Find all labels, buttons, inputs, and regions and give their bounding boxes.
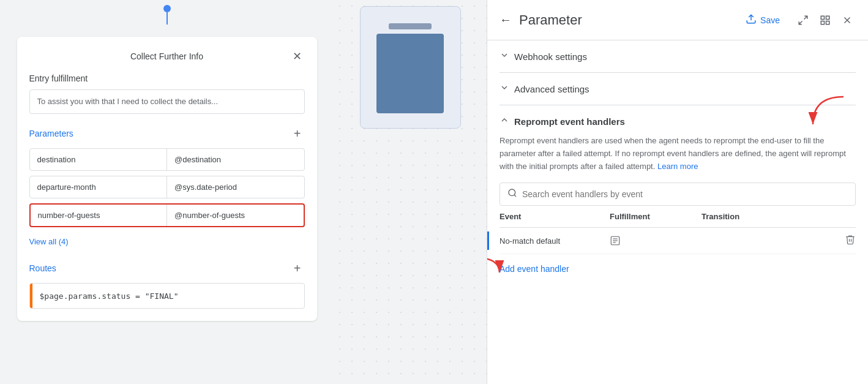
left-panel: Collect Further Info ✕ Entry fulfillment… [0, 0, 334, 384]
param-name-departure-month: departure-month [30, 176, 168, 198]
search-event-handlers-input[interactable] [522, 189, 848, 199]
route-text: $page.params.status = "FINAL" [32, 285, 186, 307]
param-value-number-of-guests: @number-of-guests [167, 205, 304, 226]
event-handler-row[interactable]: No-match default [499, 228, 856, 254]
advanced-settings-header[interactable]: Advanced settings [499, 83, 856, 95]
back-button[interactable]: ← [499, 13, 512, 27]
view-all-link[interactable]: View all (4) [29, 237, 69, 246]
node-card[interactable] [360, 6, 461, 129]
arrow-annotation-top [801, 94, 850, 130]
node-card-wrapper [360, 6, 461, 129]
fulfillment-text: To assist you with that I need to collec… [37, 97, 219, 106]
param-name-number-of-guests: number-of-guests [31, 205, 168, 226]
webhook-chevron-icon [499, 50, 509, 62]
arrow-annotation-bottom [487, 254, 506, 279]
svg-line-11 [514, 195, 516, 197]
parameters-label: Parameters [29, 129, 73, 138]
card-title: Collect Further Info [44, 51, 290, 61]
col-event-header: Event [499, 212, 610, 221]
save-label: Save [760, 15, 780, 25]
close-panel-icon[interactable] [839, 12, 856, 29]
learn-more-link[interactable]: Learn more [657, 162, 698, 171]
param-name-destination: destination [30, 149, 168, 170]
collect-further-info-card: Collect Further Info ✕ Entry fulfillment… [17, 37, 317, 321]
fulfillment-cell [610, 235, 702, 246]
table-header: Event Fulfillment Transition [499, 206, 856, 228]
entry-fulfillment-label: Entry fulfillment [29, 73, 305, 83]
param-row-departure-month[interactable]: departure-month @sys.date-period [29, 176, 305, 198]
add-route-button[interactable]: + [290, 261, 305, 276]
route-row[interactable]: $page.params.status = "FINAL" [29, 283, 305, 309]
parameters-section-header: Parameters + [29, 126, 305, 141]
node-top-bar [389, 23, 432, 29]
advanced-settings-label: Advanced settings [514, 84, 589, 94]
svg-point-10 [509, 189, 515, 196]
webhook-settings-label: Webhook settings [514, 51, 587, 62]
fulfillment-icon [610, 235, 621, 246]
grid-icon[interactable] [817, 12, 834, 29]
fulfillment-text-box[interactable]: To assist you with that I need to collec… [29, 89, 305, 114]
routes-label: Routes [29, 263, 56, 273]
add-event-handler-button[interactable]: Add event handler [499, 259, 569, 279]
param-value-destination: @destination [167, 149, 304, 170]
svg-rect-4 [826, 16, 829, 19]
param-row-destination[interactable]: destination @destination [29, 148, 305, 171]
routes-section-header: Routes + [29, 261, 305, 276]
node-body [376, 34, 444, 113]
col-transition-header: Transition [702, 212, 856, 221]
svg-line-2 [799, 21, 802, 24]
add-handler-row: Add event handler [499, 254, 856, 284]
reprompt-header-row: Reprompt event handlers [499, 115, 856, 127]
webhook-settings-section: Webhook settings [499, 40, 856, 73]
advanced-chevron-icon [499, 83, 509, 95]
panel-title: Parameter [519, 12, 731, 28]
right-panel: ← Parameter Save [487, 0, 868, 384]
param-value-departure-month: @sys.date-period [167, 176, 304, 198]
search-icon [507, 188, 517, 200]
transition-cell [702, 234, 856, 247]
col-fulfillment-header: Fulfillment [610, 212, 702, 221]
reprompt-chevron-icon[interactable] [499, 115, 509, 127]
reprompt-title: Reprompt event handlers [514, 116, 625, 127]
right-header: ← Parameter Save [487, 0, 868, 40]
search-box [499, 183, 856, 206]
right-content: Webhook settings Advanced settings [487, 40, 868, 293]
reprompt-section: Reprompt event handlers Reprompt event h… [499, 105, 856, 293]
delete-row-icon[interactable] [845, 234, 856, 247]
reprompt-description: Reprompt event handlers are used when th… [499, 135, 856, 173]
svg-rect-5 [821, 21, 824, 24]
add-parameter-button[interactable]: + [290, 126, 305, 141]
card-header: Collect Further Info ✕ [29, 49, 305, 64]
save-button[interactable]: Save [738, 10, 787, 30]
row-left-indicator [487, 232, 489, 250]
svg-line-1 [804, 16, 807, 19]
close-button[interactable]: ✕ [290, 49, 305, 64]
middle-canvas [334, 0, 487, 384]
svg-rect-6 [826, 21, 829, 24]
routes-section: Routes + $page.params.status = "FINAL" [29, 261, 305, 309]
toolbar-icons [795, 12, 856, 29]
expand-icon[interactable] [795, 12, 812, 29]
event-cell: No-match default [499, 236, 610, 246]
connector-dot [163, 5, 171, 12]
svg-rect-3 [821, 16, 824, 19]
save-icon [746, 13, 757, 26]
event-name: No-match default [499, 236, 560, 246]
webhook-settings-header[interactable]: Webhook settings [499, 50, 856, 62]
param-row-number-of-guests[interactable]: number-of-guests @number-of-guests [29, 203, 305, 227]
connector-line [166, 12, 168, 24]
